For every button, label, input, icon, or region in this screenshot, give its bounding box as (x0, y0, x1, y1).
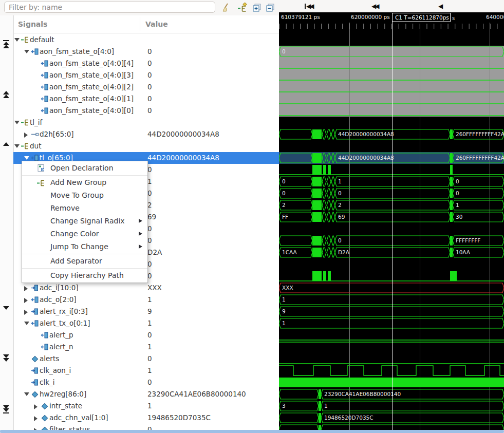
signal-value: 0 (147, 260, 152, 268)
signal-name: aon_fsm_state_o[4:0][0] (49, 106, 134, 115)
port-out-icon (41, 331, 49, 339)
step-backward-button[interactable]: ◀ (438, 2, 442, 10)
svg-text:0: 0 (282, 178, 286, 184)
tree-row-adc-o-2-0[interactable]: adc_o[2:0]1 (13, 294, 279, 306)
svg-text:0: 0 (282, 48, 286, 54)
diamond-icon (41, 414, 49, 422)
signal-value: 1 (147, 177, 152, 185)
tree-row-aon-fsm-state-o-4-0-0[interactable]: aon_fsm_state_o[4:0][0]0 (13, 105, 279, 117)
tree-row-aon-fsm-state-o-4-0-4[interactable]: aon_fsm_state_o[4:0][4]0 (13, 58, 279, 69)
menu-item-add-new-group[interactable]: Add New Group (22, 176, 147, 189)
menu-separator (22, 175, 147, 176)
collapse-arrow-icon[interactable] (14, 144, 20, 148)
menu-item-copy-hierarchy-path[interactable]: Copy Hierarchy Path (22, 269, 147, 282)
svg-text:0: 0 (338, 237, 342, 243)
signal-value: 9 (147, 307, 152, 315)
signal-name: clk_aon_i (40, 366, 71, 374)
svg-text:1: 1 (282, 296, 286, 303)
expand-arrow-icon[interactable] (24, 286, 28, 291)
horizontal-scrollbar-track[interactable] (0, 430, 504, 433)
expand-all-icon[interactable] (252, 3, 262, 13)
tree-row-aon-fsm-state-o-4-0[interactable]: aon_fsm_state_o[4:0]0 (13, 46, 279, 58)
svg-text:19486520D7035C: 19486520D7035C (324, 415, 374, 421)
tree-row-hw2reg-86-0[interactable]: hw2reg[86:0]23290CA41AE06B80000140 (13, 388, 279, 400)
add-group-icon[interactable] (238, 3, 248, 13)
signal-name: adc_chn_val[1:0] (49, 413, 108, 422)
port-in-icon (31, 308, 40, 315)
port-out-icon (41, 95, 49, 103)
signal-name: alert_rx_i[0:3] (40, 307, 88, 315)
timeline-label: 640000 (486, 14, 504, 20)
wave-toolbar: ◀◀ ◀◀ ◀ (279, 0, 504, 12)
tree-row-alerts[interactable]: alerts0 (13, 353, 279, 365)
svg-text:30: 30 (456, 214, 462, 220)
collapse-arrow-icon[interactable] (24, 50, 29, 53)
svg-text:23290CA41AE06B80000140: 23290CA41AE06B80000140 (324, 391, 401, 397)
menu-item-label: Open Declaration (50, 164, 114, 172)
tree-row-tl-if[interactable]: tl_if (13, 117, 279, 128)
svg-text:1: 1 (282, 320, 286, 326)
collapse-all-icon[interactable] (265, 3, 275, 13)
collapse-arrow-icon[interactable] (24, 322, 29, 325)
collapse-arrow-icon[interactable] (24, 156, 29, 160)
signal-value: 1 (147, 343, 152, 351)
signal-value: 0 (147, 236, 152, 244)
collapse-arrow-icon[interactable] (14, 38, 20, 42)
tree-row-aon-fsm-state-o-4-0-3[interactable]: aon_fsm_state_o[4:0][3]0 (13, 69, 279, 81)
tree-row-alert-rx-i-0-3[interactable]: alert_rx_i[0:3]9 (13, 306, 279, 317)
menu-item-move-to-group[interactable]: Move To Group (22, 189, 147, 202)
waveform-panel[interactable]: ◀◀ ◀◀ ◀ 044D20000000034A8260FFFFFFFFF42A… (279, 0, 504, 433)
expand-arrow-icon[interactable] (24, 133, 28, 138)
fast-backward-button[interactable]: ◀◀ (371, 2, 378, 10)
tree-row-default[interactable]: default (13, 34, 279, 46)
menu-item-remove[interactable]: Remove (22, 202, 147, 215)
go-to-first-event-button[interactable]: ◀◀ (305, 2, 313, 10)
tree-row-adc-chn-val-1-0[interactable]: adc_chn_val[1:0]19486520D7035C (13, 412, 279, 424)
tree-row-intr-state[interactable]: intr_state1 (13, 400, 279, 412)
tree-row-aon-fsm-state-o-4-0-1[interactable]: aon_fsm_state_o[4:0][1]0 (13, 93, 279, 105)
tree-row-alert-tx-o-0-1[interactable]: alert_tx_o[0:1]1 (13, 317, 279, 329)
signal-name: intr_state (49, 402, 82, 410)
signal-value: 0 (147, 95, 152, 103)
tree-row-aon-fsm-state-o-4-0-2[interactable]: aon_fsm_state_o[4:0][2]0 (13, 81, 279, 93)
tree-row-alert-p[interactable]: alert_p0 (13, 329, 279, 341)
menu-separator (22, 254, 147, 254)
filter-input[interactable] (4, 2, 215, 13)
diamond-icon (41, 402, 49, 410)
expand-arrow-icon[interactable] (24, 310, 28, 315)
horizontal-scrollbar-thumb[interactable] (0, 430, 504, 433)
collapse-arrow-icon[interactable] (24, 392, 29, 396)
tree-row-d2h-65-0[interactable]: d2h[65:0]44D20000000034A8 (13, 128, 279, 140)
expand-arrow-icon[interactable] (34, 404, 38, 409)
collapse-arrow-icon[interactable] (14, 121, 20, 124)
waveform-canvas[interactable]: 044D20000000034A8260FFFFFFFFF42A944D2000… (279, 12, 504, 430)
tree-row-clk-aon-i[interactable]: clk_aon_i1 (13, 365, 279, 376)
signal-value: 44D20000000034A8 (147, 130, 219, 138)
signal-value: 0 (147, 354, 152, 363)
wave-row-29[interactable] (279, 378, 504, 387)
menu-item-add-separator[interactable]: Add Separator (22, 255, 147, 268)
clear-filter-broom-icon[interactable] (221, 3, 231, 13)
svg-text:0: 0 (338, 190, 342, 196)
menu-item-open-declaration[interactable]: Open Declaration (22, 162, 147, 175)
group-icon (21, 36, 30, 44)
signal-name: default (30, 35, 54, 44)
menu-item-change-signal-radix[interactable]: Change Signal Radix (22, 215, 147, 228)
menu-item-jump-to-change[interactable]: Jump To Change (22, 240, 147, 253)
port-out-icon (41, 343, 49, 351)
signal-value: 0 (147, 106, 152, 115)
tree-row-alert-n[interactable]: alert_n1 (13, 341, 279, 353)
timeline-label: 610379121 ps (281, 14, 320, 20)
tree-row-adc-i-10-0[interactable]: adc_i[10:0]XXX (13, 282, 279, 294)
svg-text:3: 3 (282, 403, 286, 409)
svg-text:2: 2 (282, 202, 286, 208)
declaration-icon (37, 164, 46, 173)
tree-row-clk-i[interactable]: clk_i0 (13, 376, 279, 388)
expand-arrow-icon[interactable] (34, 416, 38, 421)
signal-name: aon_fsm_state_o[4:0][1] (49, 95, 134, 103)
menu-item-change-color[interactable]: Change Color (22, 228, 147, 240)
expand-arrow-icon[interactable] (24, 298, 28, 303)
tree-row-dut[interactable]: dut (13, 140, 279, 152)
svg-text:1: 1 (338, 178, 342, 184)
signal-name: clk_i (40, 378, 55, 386)
